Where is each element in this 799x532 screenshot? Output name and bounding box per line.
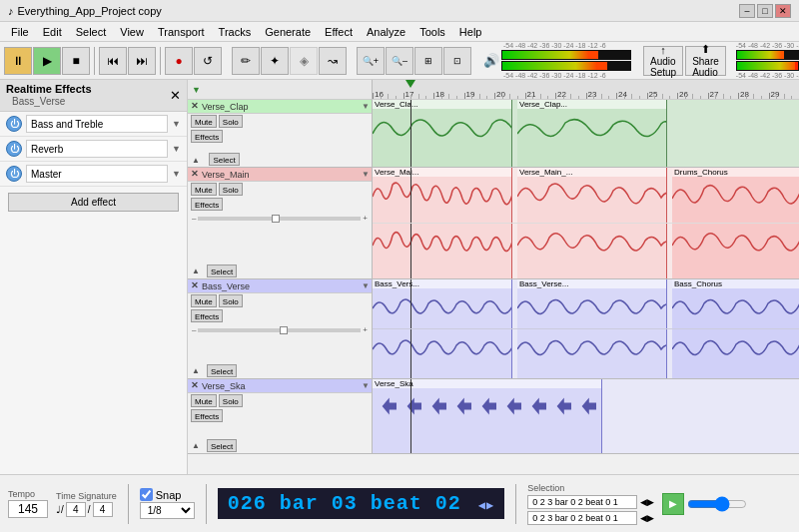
play-button-bottom[interactable]: ▶ [662, 493, 684, 515]
clip-verse-main-lower-1[interactable] [373, 224, 512, 278]
time-sig-den[interactable] [93, 502, 113, 517]
clip-drums-chorus-1[interactable]: Drums_Chorus [672, 168, 799, 223]
menu-transport[interactable]: Transport [151, 25, 212, 39]
zoom-out-button[interactable]: 🔍– [386, 47, 413, 75]
effect-arrow-bass-treble[interactable]: ▼ [172, 119, 181, 129]
menu-edit[interactable]: Edit [36, 25, 69, 39]
playback-speed-slider[interactable] [687, 498, 747, 510]
track-collapse-verse-ska[interactable]: ▼ [362, 381, 370, 390]
effect-arrow-master[interactable]: ▼ [172, 169, 181, 179]
clip-verse-ska-1[interactable]: Verse_Ska [373, 379, 602, 453]
loop-button[interactable]: ↺ [194, 47, 222, 75]
track-close-verse-clap[interactable]: ✕ [190, 102, 200, 111]
solo-button-bass-verse[interactable]: Solo [219, 294, 243, 307]
tool-controls: ✏ ✦ ◈ ↝ [232, 47, 347, 75]
track-name-verse-clap: Verse_Clap [202, 102, 249, 112]
effect-power-master[interactable]: ⏻ [6, 166, 22, 182]
menu-tools[interactable]: Tools [412, 25, 452, 39]
select-tool-button[interactable]: ✦ [261, 47, 289, 75]
stop-button[interactable]: ■ [62, 47, 90, 75]
track-close-bass-verse[interactable]: ✕ [190, 281, 200, 290]
zoom-fit-button[interactable]: ⊞ [414, 47, 442, 75]
effects-button-verse-main[interactable]: Effects [191, 198, 223, 211]
effect-arrow-reverb[interactable]: ▼ [172, 144, 181, 154]
timeline-ruler[interactable]: 161718192021222324252627282930 [373, 80, 799, 100]
select-button-verse-clap[interactable]: Select [209, 153, 239, 166]
gain-slider-bass-verse[interactable] [198, 328, 361, 332]
pause-button[interactable]: ⏸ [4, 47, 32, 75]
effect-power-bass-treble[interactable]: ⏻ [6, 116, 22, 132]
track-content-verse-main[interactable]: Verse_Mai... Verse_Main_... [373, 168, 799, 278]
clip-bass-verse-1[interactable]: Bass_Vers... [373, 279, 512, 328]
snap-select[interactable]: 1/8 1/4 1/2 1 [140, 502, 195, 519]
track-content-verse-clap[interactable]: Verse_Cla... Verse_Clap... [373, 100, 799, 167]
clip-verse-main-2[interactable]: Verse_Main_... [517, 168, 667, 223]
track-collapse-bass-verse[interactable]: ▼ [362, 281, 370, 290]
clip-verse-clap-1[interactable]: Verse_Cla... [373, 100, 512, 167]
clip-bass-chorus-1[interactable]: Bass_Chorus [672, 279, 799, 328]
track-mute-solo-verse-ska: Mute Solo [188, 393, 372, 408]
clip-drums-chorus-lower-1[interactable] [672, 224, 799, 278]
close-button[interactable]: ✕ [775, 4, 791, 18]
time-sig-num[interactable] [66, 502, 86, 517]
clip-verse-main-1[interactable]: Verse_Mai... [373, 168, 512, 223]
svg-marker-4 [482, 398, 496, 415]
mute-button-verse-clap[interactable]: Mute [191, 115, 217, 128]
track-collapse-verse-clap[interactable]: ▼ [362, 102, 370, 111]
track-content-bass-verse[interactable]: Bass_Vers... Bass_Verse... [373, 279, 799, 378]
maximize-button[interactable]: □ [757, 4, 773, 18]
menu-effect[interactable]: Effect [318, 25, 360, 39]
track-close-verse-ska[interactable]: ✕ [190, 381, 200, 390]
track-close-verse-main[interactable]: ✕ [190, 170, 200, 179]
effect-power-reverb[interactable]: ⏻ [6, 141, 22, 157]
menu-tracks[interactable]: Tracks [212, 25, 259, 39]
mute-button-verse-ska[interactable]: Mute [191, 394, 217, 407]
track-content-verse-ska[interactable]: Verse_Ska [373, 379, 799, 453]
envelope-tool-button[interactable]: ↝ [319, 47, 347, 75]
solo-button-verse-ska[interactable]: Solo [219, 394, 243, 407]
clip-bass-lower-1[interactable] [373, 329, 512, 378]
menu-select[interactable]: Select [69, 25, 114, 39]
clip-verse-clap-2[interactable]: Verse_Clap... [517, 100, 667, 167]
clip-bass-chorus-lower-1[interactable] [672, 329, 799, 378]
svg-marker-8 [582, 398, 596, 415]
multi-tool-button[interactable]: ◈ [290, 47, 318, 75]
minimize-button[interactable]: – [739, 4, 755, 18]
clip-verse-main-lower-2[interactable] [517, 224, 667, 278]
clip-bass-verse-2[interactable]: Bass_Verse... [517, 279, 667, 328]
menu-view[interactable]: View [113, 25, 151, 39]
menu-help[interactable]: Help [452, 25, 489, 39]
select-button-verse-main[interactable]: Select [207, 265, 237, 277]
mute-button-verse-main[interactable]: Mute [191, 183, 217, 196]
menu-file[interactable]: File [4, 25, 36, 39]
effects-button-verse-clap[interactable]: Effects [191, 130, 223, 143]
draw-tool-button[interactable]: ✏ [232, 47, 260, 75]
track-collapse-verse-main[interactable]: ▼ [362, 170, 370, 179]
select-button-verse-ska[interactable]: Select [207, 439, 237, 452]
share-audio-button[interactable]: ⬆ Share Audio [685, 46, 726, 76]
effects-button-verse-ska[interactable]: Effects [191, 409, 223, 422]
record-button[interactable]: ● [165, 47, 193, 75]
effects-button-bass-verse[interactable]: Effects [191, 309, 223, 322]
skip-back-button[interactable]: ⏮ [99, 47, 127, 75]
mute-button-bass-verse[interactable]: Mute [191, 294, 217, 307]
gain-label-bass-verse-max: + [363, 325, 368, 334]
gain-slider-verse-main[interactable] [198, 217, 361, 221]
audio-setup-button[interactable]: ↑ Audio Setup [643, 46, 683, 76]
zoom-in-button[interactable]: 🔍+ [357, 47, 385, 75]
volume-icon: 🔊 [483, 53, 499, 68]
tempo-input[interactable] [8, 500, 48, 518]
select-button-bass-verse[interactable]: Select [207, 364, 237, 377]
snap-checkbox[interactable] [140, 488, 153, 501]
clip-bass-lower-2[interactable] [517, 329, 667, 378]
solo-button-verse-clap[interactable]: Solo [219, 115, 243, 128]
zoom-sel-button[interactable]: ⊡ [443, 47, 471, 75]
play-button[interactable]: ▶ [33, 47, 61, 75]
menu-analyze[interactable]: Analyze [360, 25, 412, 39]
add-effect-button[interactable]: Add effect [8, 193, 179, 212]
menu-generate[interactable]: Generate [258, 25, 318, 39]
skip-fwd-button[interactable]: ⏭ [128, 47, 156, 75]
solo-button-verse-main[interactable]: Solo [219, 183, 243, 196]
effects-close-button[interactable]: ✕ [170, 88, 181, 103]
gain-label-bass-verse-min: – [192, 325, 196, 334]
